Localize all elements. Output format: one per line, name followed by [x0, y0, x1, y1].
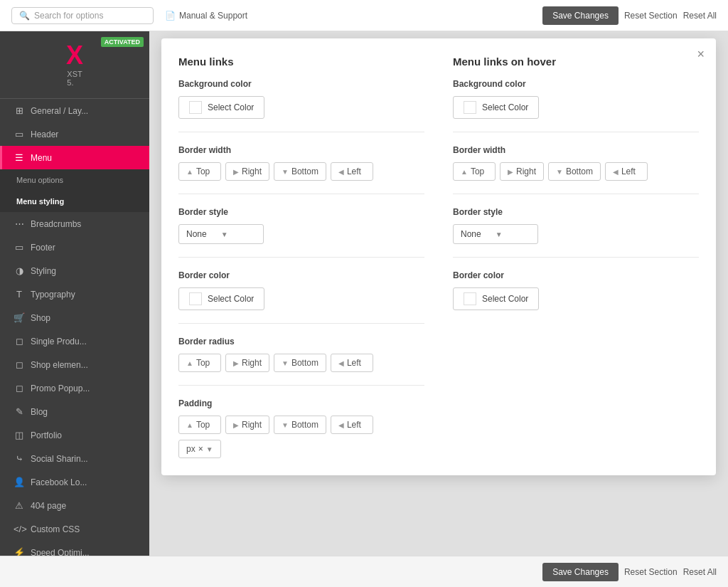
left-border-color-label: Border color	[178, 270, 424, 280]
right-border-color-button[interactable]: Select Color	[453, 287, 539, 310]
unit-row: px × ▼	[178, 440, 424, 458]
left-radius-bottom-button[interactable]: ▼ Bottom	[274, 354, 326, 372]
search-box[interactable]: 🔍 Search for options	[11, 7, 154, 24]
modal-overlay: × Menu links Background color Select Col…	[149, 31, 728, 556]
reset-section-button[interactable]: Reset Section	[624, 11, 678, 21]
left-border-radius-row: ▲ Top ▶ Right ▼ Bottom	[178, 354, 424, 372]
left-border-left-button[interactable]: ◀ Left	[331, 162, 373, 181]
left-padding-row: ▲ Top ▶ Right ▼ Bottom	[178, 416, 424, 434]
top-bar: 🔍 Search for options 📄 Manual & Support …	[0, 0, 728, 31]
left-bg-color-swatch	[189, 101, 202, 114]
search-placeholder: Search for options	[34, 11, 103, 21]
left-border-width-label: Border width	[178, 145, 424, 155]
right-bg-color-button[interactable]: Select Color	[453, 96, 539, 119]
sidebar-item-speed-optim[interactable]: ⚡ Speed Optimi...	[0, 541, 149, 556]
padding-right-arrow-icon: ▶	[233, 421, 239, 429]
sidebar-item-header[interactable]: ▭ Header	[0, 122, 149, 146]
bottom-reset-all-button[interactable]: Reset All	[683, 567, 717, 577]
left-bg-color-button[interactable]: Select Color	[178, 96, 264, 119]
bottom-reset-section-button[interactable]: Reset Section	[624, 567, 678, 577]
left-border-top-button[interactable]: ▲ Top	[178, 162, 221, 181]
padding-top-arrow-icon: ▲	[186, 421, 193, 429]
left-border-color-swatch	[189, 292, 202, 305]
border-style-arrow-icon: ▼	[221, 231, 228, 238]
sidebar-item-menu-styling[interactable]: Menu styling	[0, 191, 149, 212]
sidebar-logo: ACTIVATED X XST5.	[0, 31, 149, 99]
404-icon: ⚠	[14, 500, 25, 511]
padding-left-arrow-icon: ◀	[338, 421, 344, 429]
right-border-top-button[interactable]: ▲ Top	[453, 162, 496, 181]
left-border-width-row: ▲ Top ▶ Right ▼ Bottom	[178, 162, 424, 181]
sidebar-item-portfolio[interactable]: ◫ Portfolio	[0, 423, 149, 447]
left-radius-left-button[interactable]: ◀ Left	[331, 354, 373, 372]
left-padding-left-button[interactable]: ◀ Left	[331, 416, 373, 434]
sidebar-item-general[interactable]: ⊞ General / Lay...	[0, 99, 149, 122]
modal-left-col: Menu links Background color Select Color…	[178, 55, 424, 458]
r-top-arrow-icon: ▲	[461, 168, 468, 176]
right-divider-2	[453, 194, 699, 194]
right-border-width-label: Border width	[453, 145, 699, 155]
left-bg-color-label: Background color	[178, 79, 424, 89]
sidebar-item-shop[interactable]: 🛒 Shop	[0, 306, 149, 329]
logo-icon: X	[66, 43, 83, 68]
sidebar-item-blog[interactable]: ✎ Blog	[0, 400, 149, 423]
sidebar-item-custom-css[interactable]: </> Custom CSS	[0, 517, 149, 541]
left-padding-right-button[interactable]: ▶ Right	[225, 416, 269, 434]
right-col-title: Menu links on hover	[453, 55, 699, 68]
r-bottom-arrow-icon: ▼	[556, 168, 563, 176]
general-icon: ⊞	[14, 105, 25, 116]
left-border-color-button[interactable]: Select Color	[178, 287, 264, 310]
modal-close-button[interactable]: ×	[697, 47, 705, 62]
sidebar-item-single-product[interactable]: ◻ Single Produ...	[0, 329, 149, 353]
save-changes-button[interactable]: Save Changes	[542, 6, 619, 25]
sidebar-item-footer[interactable]: ▭ Footer	[0, 236, 149, 259]
activated-badge: ACTIVATED	[101, 37, 144, 47]
left-padding-bottom-button[interactable]: ▼ Bottom	[274, 416, 326, 434]
footer-icon: ▭	[14, 242, 25, 253]
main-layout: ACTIVATED X XST5. ⊞ General / Lay... ▭ H…	[0, 31, 728, 556]
sidebar-item-404[interactable]: ⚠ 404 page	[0, 494, 149, 517]
bottom-save-changes-button[interactable]: Save Changes	[542, 563, 619, 581]
sidebar-item-promo-popup[interactable]: ◻ Promo Popup...	[0, 376, 149, 400]
top-arrow-icon: ▲	[186, 168, 193, 176]
logo-text: XST5.	[67, 70, 82, 87]
left-col-title: Menu links	[178, 55, 424, 68]
left-padding-top-button[interactable]: ▲ Top	[178, 416, 221, 434]
left-radius-top-button[interactable]: ▲ Top	[178, 354, 221, 372]
sidebar-item-styling[interactable]: ◑ Styling	[0, 259, 149, 282]
sidebar-item-menu[interactable]: ☰ Menu	[0, 146, 149, 169]
right-border-bottom-button[interactable]: ▼ Bottom	[548, 162, 601, 181]
sidebar-item-breadcrumbs[interactable]: ⋯ Breadcrumbs	[0, 212, 149, 236]
divider-3	[178, 257, 424, 258]
sidebar-item-social-sharing[interactable]: ⤷ Social Sharin...	[0, 447, 149, 470]
sidebar: ACTIVATED X XST5. ⊞ General / Lay... ▭ H…	[0, 31, 149, 556]
reset-all-button[interactable]: Reset All	[683, 11, 717, 21]
right-border-left-button[interactable]: ◀ Left	[605, 162, 648, 181]
manual-icon: 📄	[165, 11, 176, 21]
sidebar-item-facebook-login[interactable]: 👤 Facebook Lo...	[0, 470, 149, 494]
left-border-right-button[interactable]: ▶ Right	[225, 162, 269, 181]
shop-elements-icon: ◻	[14, 359, 25, 370]
bottom-bar: Save Changes Reset Section Reset All	[0, 556, 728, 587]
single-product-icon: ◻	[14, 336, 25, 347]
right-border-style-select[interactable]: None ▼	[453, 224, 538, 244]
manual-support-link[interactable]: 📄 Manual & Support	[165, 11, 247, 21]
r-left-arrow-icon: ◀	[613, 168, 619, 176]
left-radius-right-button[interactable]: ▶ Right	[225, 354, 269, 372]
styling-icon: ◑	[14, 265, 25, 276]
left-border-bottom-button[interactable]: ▼ Bottom	[274, 162, 326, 181]
right-arrow-icon: ▶	[233, 168, 239, 176]
divider-1	[178, 132, 424, 132]
sidebar-item-shop-elements[interactable]: ◻ Shop elemen...	[0, 353, 149, 376]
right-border-right-button[interactable]: ▶ Right	[500, 162, 544, 181]
blog-icon: ✎	[14, 406, 25, 417]
unit-dropdown-arrow-icon: ▼	[206, 445, 213, 453]
sidebar-item-typography[interactable]: T Typography	[0, 282, 149, 306]
unit-selector-button[interactable]: px × ▼	[178, 440, 221, 458]
portfolio-icon: ◫	[14, 430, 25, 440]
right-border-style-label: Border style	[453, 207, 699, 217]
left-border-style-select[interactable]: None ▼	[178, 224, 264, 244]
bottom-arrow-icon: ▼	[282, 168, 289, 176]
sidebar-item-menu-options[interactable]: Menu options	[0, 169, 149, 191]
r-right-arrow-icon: ▶	[508, 168, 513, 176]
